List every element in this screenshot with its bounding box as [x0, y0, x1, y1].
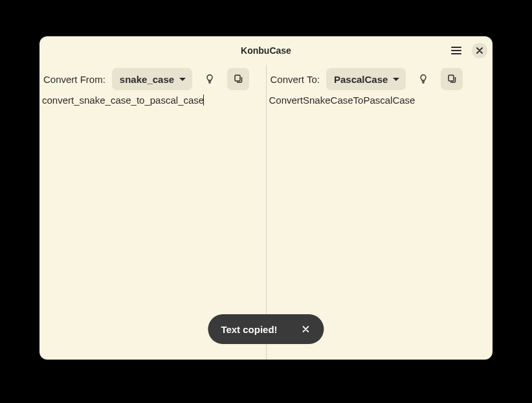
source-text: convert_snake_case_to_pascal_case [42, 95, 204, 106]
result-copy-button[interactable] [441, 68, 463, 90]
window-title: KonbuCase [241, 45, 291, 56]
result-case-dropdown[interactable]: PascalCase [326, 68, 406, 90]
result-label: Convert To: [271, 74, 320, 85]
text-caret [203, 95, 204, 106]
lightbulb-icon [205, 74, 215, 84]
toast-message: Text copied! [221, 324, 277, 335]
menu-button[interactable] [447, 41, 465, 60]
chevron-down-icon [393, 78, 399, 81]
source-label: Convert From: [43, 74, 105, 85]
source-copy-button[interactable] [227, 68, 249, 90]
result-toolbar: Convert To: PascalCase [267, 65, 493, 93]
toast-close-button[interactable] [297, 320, 315, 338]
result-case-value: PascalCase [334, 74, 388, 85]
close-icon [476, 47, 483, 54]
close-icon [303, 326, 309, 332]
titlebar-controls [447, 41, 487, 60]
chevron-down-icon [179, 78, 186, 81]
content-panes: Convert From: snake_case convert_snake_c… [39, 65, 493, 360]
svg-rect-5 [449, 75, 454, 81]
source-toolbar: Convert From: snake_case [39, 65, 266, 93]
source-case-dropdown[interactable]: snake_case [112, 68, 192, 90]
titlebar: KonbuCase [39, 36, 493, 65]
copy-icon [233, 74, 243, 84]
toast-notification: Text copied! [208, 314, 324, 344]
app-window: KonbuCase Convert From: snake_case [39, 36, 493, 360]
result-text: ConvertSnakeCaseToPascalCase [269, 95, 416, 106]
svg-rect-2 [235, 75, 240, 81]
hamburger-icon [451, 47, 461, 54]
copy-icon [447, 74, 457, 84]
close-button[interactable] [472, 43, 487, 58]
lightbulb-icon [418, 74, 428, 84]
source-hint-button[interactable] [199, 68, 221, 90]
source-case-value: snake_case [120, 74, 174, 85]
result-hint-button[interactable] [412, 68, 434, 90]
